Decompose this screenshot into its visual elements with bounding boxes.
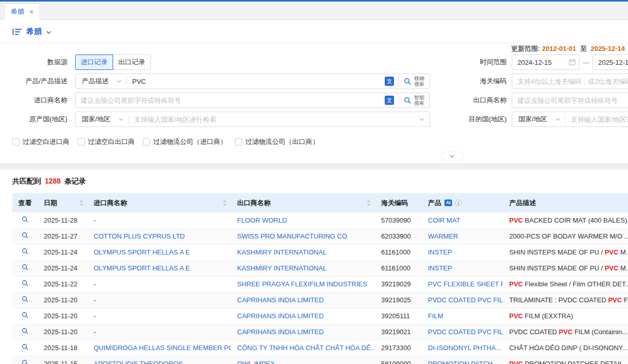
export-records-toggle[interactable]: 出口记录: [113, 54, 151, 70]
row-hs-code: 39219029: [375, 276, 422, 292]
import-records-toggle[interactable]: 进口记录: [75, 54, 113, 70]
row-importer-link[interactable]: COTTON PLUS CYPRUS LTD: [94, 232, 185, 240]
close-icon[interactable]: ×: [29, 8, 33, 15]
row-exporter-link[interactable]: KASHMIRY INTERNATIONAL: [237, 248, 327, 256]
row-exporter-link[interactable]: CÔNG TY TNHH HÓA CHẤT CHẤT HÓA DẺ...: [237, 344, 375, 352]
row-description: PVC PROMOTION PATCHES DETAIL ...: [503, 356, 628, 364]
time-start-box: [512, 54, 580, 70]
table-row: 2025-11-18 QUIMIDROGA HELLAS SINGLE MEMB…: [12, 340, 628, 356]
sort-importer-button[interactable]: [223, 200, 227, 206]
row-product-link[interactable]: PVDC COATED PVC FIL...: [428, 328, 503, 336]
tab-label: 希腊: [11, 7, 24, 16]
destination-country-input[interactable]: [566, 112, 628, 126]
view-record-button[interactable]: [22, 248, 29, 255]
view-record-button[interactable]: [22, 232, 29, 239]
product-type-select[interactable]: 产品描述: [76, 74, 127, 88]
row-product-link[interactable]: FILM: [428, 312, 443, 320]
row-product-link[interactable]: PVC FLEXIBLE SHEET F...: [428, 280, 503, 288]
row-hs-code: 58109000: [375, 356, 422, 364]
checkbox-icon[interactable]: [235, 138, 242, 145]
row-product-link[interactable]: COIR MAT: [428, 216, 460, 224]
row-exporter-link[interactable]: CAPRIHANS INDIA LIMITED: [237, 312, 324, 320]
filter-blank-exporter[interactable]: 过滤空白出口商: [78, 137, 135, 147]
description-text: M...: [618, 248, 628, 256]
chevron-down-icon[interactable]: [46, 31, 51, 34]
checkbox-icon[interactable]: [78, 138, 85, 145]
checkbox-icon[interactable]: [12, 138, 20, 145]
row-importer-link[interactable]: OLYMPUS SPORT HELLAS A E: [94, 248, 190, 256]
fuzzy-search-button[interactable]: 模糊 搜索: [398, 74, 429, 88]
row-importer-link[interactable]: OLYMPUS SPORT HELLAS A E: [94, 264, 190, 272]
table-row: 2025-11-28 - FLOOR WORLD 57039090 COIR M…: [12, 212, 628, 228]
row-description: PVC BACKED COIR MAT (400 BALES)...: [503, 212, 628, 228]
row-product-link[interactable]: INSTEP: [428, 264, 452, 272]
description-text: PROMOTION PATCHES DETAIL ...: [523, 360, 628, 364]
row-exporter-link[interactable]: FLOOR WORLD: [237, 216, 287, 224]
origin-country-select[interactable]: 国家/地区: [76, 112, 129, 126]
view-record-button[interactable]: [22, 359, 29, 364]
view-record-button[interactable]: [22, 327, 29, 335]
calendar-icon[interactable]: [569, 59, 576, 65]
row-date: 2025-11-20: [38, 324, 87, 340]
origin-country-input[interactable]: [129, 112, 417, 126]
ai-badge: AI: [444, 199, 452, 206]
view-record-button[interactable]: [22, 264, 29, 271]
sort-exporter-button[interactable]: [367, 200, 371, 206]
description-highlight: PVC: [509, 360, 523, 364]
row-hs-code: 61161000: [375, 244, 422, 260]
row-product-link[interactable]: DI-ISONONYL PHTHA...: [428, 344, 501, 352]
chevron-down-icon[interactable]: [419, 118, 424, 121]
description-text: SHIN INSTEPS MADE OF PU /: [509, 248, 605, 256]
destination-country-select-value: 国家/地区: [518, 115, 547, 124]
exporter-label: 出口商名称: [473, 96, 507, 105]
filter-logistics-importer[interactable]: 过滤物流公司（进口商）: [143, 137, 227, 147]
view-record-button[interactable]: [22, 312, 29, 319]
row-exporter-link[interactable]: OWL IMPEX: [237, 360, 275, 364]
description-text: CHẤT HÓA DẺO DINP ( DI-ISONONY...: [509, 344, 627, 352]
row-product-link[interactable]: WARMER: [428, 232, 458, 240]
form-row-datasource: 数据源 进口记录 出口记录 时间范围 —: [0, 54, 628, 70]
sort-date-button[interactable]: [79, 200, 83, 206]
filter-blank-importer[interactable]: 过滤空白进口商: [12, 137, 69, 147]
checkbox-icon[interactable]: [143, 138, 150, 145]
row-importer-link: -: [94, 296, 96, 304]
description-highlight: PVC: [605, 264, 619, 272]
row-product-link[interactable]: INSTEP: [428, 248, 452, 256]
row-exporter-link[interactable]: CAPRIHANS INDIA LIMITED: [237, 328, 324, 336]
search-form: 更新范围: 2012-01-01 至 2025-12-14 数据源 进口记录 出…: [0, 43, 628, 163]
translate-icon[interactable]: 文: [385, 77, 394, 86]
collapse-form-button[interactable]: [440, 152, 464, 160]
info-icon[interactable]: i: [455, 199, 462, 206]
time-end-input[interactable]: [593, 54, 628, 70]
description-highlight: PVC: [605, 248, 619, 256]
view-record-button[interactable]: [22, 296, 29, 303]
row-product-link[interactable]: PVDC COATED PVC FIL...: [428, 296, 503, 304]
row-exporter-link[interactable]: SWISS PRO MANUFACTURING CO: [237, 232, 347, 240]
row-exporter-link[interactable]: SHREE PRAGYA FLEXIFILM INDUSTRIES: [237, 280, 367, 288]
tab-greece[interactable]: 希腊 ×: [4, 3, 40, 20]
hs-code-input[interactable]: [512, 74, 628, 89]
view-record-button[interactable]: [22, 280, 29, 287]
origin-country-select-value: 国家/地区: [82, 115, 111, 124]
row-hs-code: 62033900: [375, 228, 422, 244]
row-product-link[interactable]: PROMOTION PATCH: [428, 360, 493, 364]
row-description: PVC FILM (EXXTRA): [503, 308, 628, 324]
importer-input[interactable]: [76, 93, 385, 107]
collapse-bar: [0, 147, 628, 163]
destination-country-select[interactable]: 国家/地区: [512, 112, 565, 126]
exporter-input[interactable]: [512, 93, 628, 108]
view-record-button[interactable]: [22, 343, 29, 351]
chevron-down-icon: [117, 80, 121, 83]
row-importer-link[interactable]: QUIMIDROGA HELLAS SINGLE MEMBER PC: [94, 344, 231, 352]
filter-logistics-exporter[interactable]: 过滤物流公司（出口商）: [235, 137, 319, 147]
row-exporter-link[interactable]: CAPRIHANS INDIA LIMITED: [237, 296, 324, 304]
row-description: SHIN INSTEPS MADE OF PU / PVC M...: [503, 244, 628, 260]
translate-icon[interactable]: 文: [385, 96, 394, 105]
section-divider-band: [0, 163, 628, 170]
view-record-button[interactable]: [22, 216, 29, 223]
row-exporter-link[interactable]: KASHMIRY INTERNATIONAL: [237, 264, 327, 272]
row-importer-link[interactable]: APOSTOLIDIS THEODOROS: [94, 360, 183, 364]
product-search-input[interactable]: [127, 74, 385, 88]
chevron-down-icon: [555, 118, 560, 121]
smart-search-button[interactable]: 智能 搜索: [398, 93, 429, 107]
